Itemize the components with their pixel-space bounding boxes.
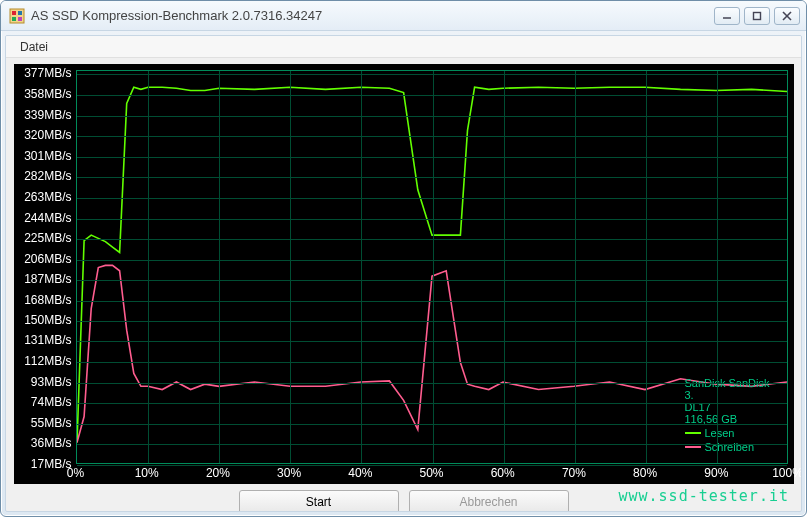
grid-line-h — [77, 383, 787, 384]
menubar: Datei — [6, 36, 801, 58]
grid-line-h — [77, 177, 787, 178]
minimize-button[interactable] — [714, 7, 740, 25]
x-tick-label: 40% — [348, 466, 372, 480]
y-tick-label: 112MB/s — [24, 354, 71, 368]
grid-line-h — [77, 219, 787, 220]
y-tick-label: 206MB/s — [24, 252, 71, 266]
grid-line-h — [77, 116, 787, 117]
y-tick-label: 17MB/s — [31, 457, 72, 471]
x-tick-label: 80% — [633, 466, 657, 480]
y-tick-label: 93MB/s — [31, 375, 72, 389]
grid-line-h — [77, 321, 787, 322]
grid-line-h — [77, 239, 787, 240]
svg-rect-3 — [12, 17, 16, 21]
watermark: www.ssd-tester.it — [618, 487, 789, 505]
y-tick-label: 131MB/s — [24, 333, 71, 347]
grid-line-h — [77, 157, 787, 158]
x-tick-label: 10% — [135, 466, 159, 480]
y-tick-label: 168MB/s — [24, 293, 71, 307]
x-tick-label: 0% — [67, 466, 84, 480]
grid-line-v — [504, 71, 505, 463]
legend-device-line1: SanDisk SanDisk 3. — [685, 377, 777, 401]
svg-rect-1 — [12, 11, 16, 15]
close-button[interactable] — [774, 7, 800, 25]
y-tick-label: 282MB/s — [24, 169, 71, 183]
x-tick-label: 20% — [206, 466, 230, 480]
cancel-button[interactable]: Abbrechen — [409, 490, 569, 512]
legend-box: SanDisk SanDisk 3. DL17 116,56 GB Lesen … — [681, 373, 781, 443]
legend-read-label: Lesen — [705, 427, 735, 439]
menu-file[interactable]: Datei — [14, 38, 54, 56]
y-axis: 377MB/s358MB/s339MB/s320MB/s301MB/s282MB… — [14, 64, 76, 484]
svg-rect-6 — [754, 12, 761, 19]
legend-write-label: Schreiben — [705, 441, 755, 453]
grid-line-h — [77, 362, 787, 363]
x-tick-label: 90% — [704, 466, 728, 480]
grid-line-h — [77, 95, 787, 96]
grid-line-h — [77, 74, 787, 75]
x-tick-label: 100% — [772, 466, 802, 480]
app-icon — [9, 8, 25, 24]
grid-line-h — [77, 403, 787, 404]
grid-line-v — [290, 71, 291, 463]
chart: 377MB/s358MB/s339MB/s320MB/s301MB/s282MB… — [14, 64, 794, 484]
y-tick-label: 377MB/s — [24, 66, 71, 80]
grid-line-v — [219, 71, 220, 463]
y-tick-label: 320MB/s — [24, 128, 71, 142]
x-tick-label: 70% — [562, 466, 586, 480]
grid-line-h — [77, 444, 787, 445]
plot-area: SanDisk SanDisk 3. DL17 116,56 GB Lesen … — [76, 70, 788, 464]
legend-read: Lesen — [685, 427, 777, 439]
x-tick-label: 30% — [277, 466, 301, 480]
svg-rect-4 — [18, 17, 22, 21]
y-tick-label: 187MB/s — [24, 272, 71, 286]
y-tick-label: 263MB/s — [24, 190, 71, 204]
client-area: Datei 377MB/s358MB/s339MB/s320MB/s301MB/… — [5, 35, 802, 512]
grid-line-v — [148, 71, 149, 463]
y-tick-label: 55MB/s — [31, 416, 72, 430]
titlebar: AS SSD Kompression-Benchmark 2.0.7316.34… — [1, 1, 806, 31]
x-axis: 0%10%20%30%40%50%60%70%80%90%100% — [76, 464, 788, 484]
window-buttons — [714, 7, 800, 25]
y-tick-label: 339MB/s — [24, 108, 71, 122]
legend-swatch-read — [685, 432, 701, 434]
start-button[interactable]: Start — [239, 490, 399, 512]
y-tick-label: 244MB/s — [24, 211, 71, 225]
grid-line-h — [77, 341, 787, 342]
grid-line-v — [433, 71, 434, 463]
app-window: AS SSD Kompression-Benchmark 2.0.7316.34… — [0, 0, 807, 517]
grid-line-v — [575, 71, 576, 463]
grid-line-v — [646, 71, 647, 463]
legend-swatch-write — [685, 446, 701, 448]
y-tick-label: 301MB/s — [24, 149, 71, 163]
grid-line-h — [77, 136, 787, 137]
maximize-button[interactable] — [744, 7, 770, 25]
y-tick-label: 74MB/s — [31, 395, 72, 409]
y-tick-label: 36MB/s — [31, 436, 72, 450]
grid-line-h — [77, 260, 787, 261]
grid-line-h — [77, 198, 787, 199]
window-title: AS SSD Kompression-Benchmark 2.0.7316.34… — [31, 8, 714, 23]
grid-line-h — [77, 301, 787, 302]
x-tick-label: 50% — [419, 466, 443, 480]
x-tick-label: 60% — [491, 466, 515, 480]
grid-line-h — [77, 424, 787, 425]
grid-line-v — [717, 71, 718, 463]
y-tick-label: 150MB/s — [24, 313, 71, 327]
svg-rect-2 — [18, 11, 22, 15]
grid-line-v — [361, 71, 362, 463]
y-tick-label: 358MB/s — [24, 87, 71, 101]
legend-write: Schreiben — [685, 441, 777, 453]
grid-line-h — [77, 280, 787, 281]
y-tick-label: 225MB/s — [24, 231, 71, 245]
